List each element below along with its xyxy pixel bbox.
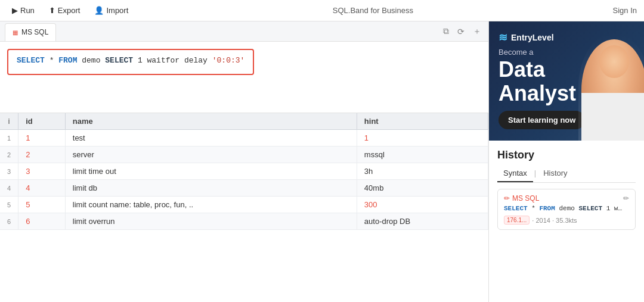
tab-ms-sql[interactable]: ▦ MS SQL [5,23,56,41]
cell-id: 2 [18,147,66,163]
run-icon: ▶ [12,6,18,15]
col-hint-header: hint [357,113,488,130]
h-star: * [531,205,539,212]
history-divider: | [533,166,537,182]
cell-hint: 40mb [357,180,488,197]
app-title: SQL.Band for Business [138,6,608,15]
table-header-row: i id name hint [0,113,488,130]
import-label: Import [106,6,128,15]
kw-from: FROM [58,56,77,65]
history-title: History [497,149,636,161]
cell-num: 5 [0,197,18,213]
cell-id: 1 [18,130,66,147]
h-kw-from: FROM [539,205,555,212]
table-row: 1 1 test 1 [0,130,488,147]
code-star: * [49,56,59,65]
history-item: ✏ MS SQL ✏ SELECT * FROM demo SELECT 1 w… [497,189,636,230]
export-button[interactable]: ⬆ Export [44,4,85,17]
tab-actions: ⧉ ⟳ ＋ [441,25,484,38]
import-icon: 👤 [94,6,104,15]
history-meta-text: · 2014 · 35.3kts [532,217,577,224]
tab-copy-button[interactable]: ⧉ [441,25,451,38]
cell-name: limit count name: table, proc, fun, .. [65,197,357,213]
ms-sql-icon: ▦ [13,29,18,36]
history-meta: 176.1... · 2014 · 35.3kts [504,216,629,225]
ad-banner: ≋ EntryLevel Become a Data Analyst Start… [489,21,644,141]
run-label: Run [20,6,35,15]
h-demo: demo [559,205,578,212]
col-name-header: name [65,113,357,130]
col-num-header: i [0,113,18,130]
h-1: 1 wait [606,205,623,212]
h-kw-select2: SELECT [578,205,602,212]
ad-title-line1: Data [499,57,545,82]
history-item-header: ✏ MS SQL ✏ [504,194,629,203]
cell-hint: auto-drop DB [357,213,488,230]
tab-label: MS SQL [21,28,48,36]
code-editor[interactable]: SELECT * FROM demo SELECT 1 waitfor dela… [0,42,488,113]
person-face [599,45,629,78]
export-icon: ⬆ [49,6,55,15]
table-row: 3 3 limit time out 3h [0,163,488,180]
cell-num: 6 [0,213,18,230]
cell-num: 4 [0,180,18,197]
cell-num: 2 [0,147,18,163]
topbar: ▶ Run ⬆ Export 👤 Import SQL.Band for Bus… [0,0,644,21]
export-label: Export [58,6,80,15]
history-section: History Syntax | History ✏ MS SQL ✏ SELE… [489,141,644,238]
cell-id: 5 [18,197,66,213]
ad-cta-button[interactable]: Start learning now [499,111,585,129]
right-panel: ≋ EntryLevel Become a Data Analyst Start… [489,21,644,302]
person-shirt [581,93,644,141]
code-delay-val: '0:0:3' [212,56,245,65]
results-area: i id name hint 1 1 test 1 2 2 server mss… [0,113,488,302]
history-edit-icon[interactable]: ✏ [623,194,629,203]
history-tabs: Syntax | History [497,166,636,183]
table-row: 4 4 limit db 40mb [0,180,488,197]
main-area: ▦ MS SQL ⧉ ⟳ ＋ SELECT * FROM demo SELECT… [0,21,644,302]
history-type: MS SQL [512,194,539,203]
ad-title-line2: Analyst [499,81,576,105]
tab-bar: ▦ MS SQL ⧉ ⟳ ＋ [0,21,488,42]
table-row: 2 2 server mssql [0,147,488,163]
code-demo: demo [82,56,105,65]
cell-name: limit db [65,180,357,197]
code-1: 1 waitfor delay [138,56,212,65]
ad-person-image [578,33,644,141]
table-row: 5 5 limit count name: table, proc, fun, … [0,197,488,213]
entry-level-icon: ≋ [499,31,507,44]
run-button[interactable]: ▶ Run [7,4,39,17]
kw-select2: SELECT [105,56,133,65]
cell-name: limit time out [65,163,357,180]
cell-id: 6 [18,213,66,230]
cell-hint: 1 [357,130,488,147]
cell-id: 4 [18,180,66,197]
history-tab-syntax[interactable]: Syntax [497,166,533,182]
signin-link[interactable]: Sign In [613,6,637,15]
cell-hint: mssql [357,147,488,163]
col-id-header: id [18,113,66,130]
history-ip-badge: 176.1... [504,216,530,225]
person-silhouette [581,39,644,141]
import-button[interactable]: 👤 Import [89,4,133,17]
cell-hint: 300 [357,197,488,213]
cell-id: 3 [18,163,66,180]
table-row: 6 6 limit overrun auto-drop DB [0,213,488,230]
history-tab-history[interactable]: History [537,166,573,182]
left-panel: ▦ MS SQL ⧉ ⟳ ＋ SELECT * FROM demo SELECT… [0,21,489,302]
cell-name: limit overrun [65,213,357,230]
h-kw-select1: SELECT [504,205,528,212]
results-table: i id name hint 1 1 test 1 2 2 server mss… [0,113,488,230]
tab-add-button[interactable]: ＋ [470,25,484,38]
history-item-label: ✏ MS SQL [504,194,539,203]
code-box[interactable]: SELECT * FROM demo SELECT 1 waitfor dela… [7,49,254,75]
history-code: SELECT * FROM demo SELECT 1 wait [504,205,623,212]
cell-hint: 3h [357,163,488,180]
tab-refresh-button[interactable]: ⟳ [455,25,467,38]
cell-name: test [65,130,357,147]
ad-logo-text: EntryLevel [511,33,554,42]
pencil-icon: ✏ [504,194,510,203]
kw-select1: SELECT [17,56,45,65]
cell-name: server [65,147,357,163]
cell-num: 3 [0,163,18,180]
